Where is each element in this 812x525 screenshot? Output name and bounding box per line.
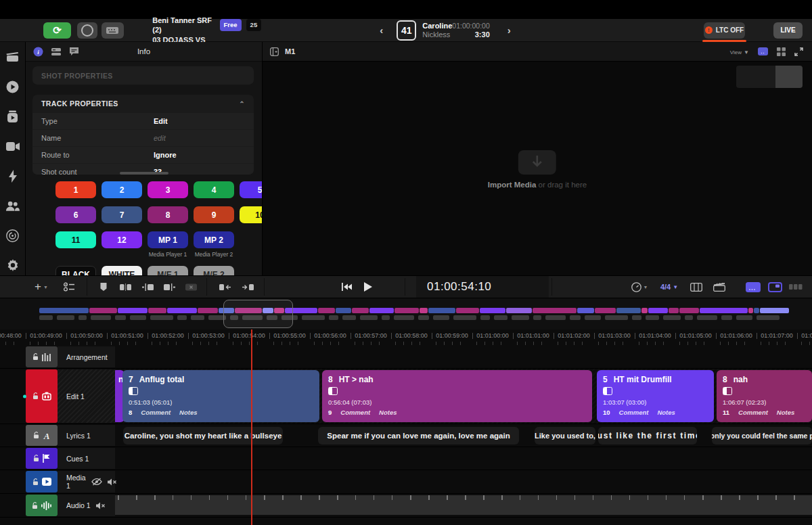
track-label[interactable]: Lyrics 1 (58, 425, 115, 446)
chevron-up-icon[interactable]: ⌃ (239, 100, 245, 108)
track-label[interactable]: Media 1 (58, 471, 115, 493)
switcher-button-white[interactable]: WHITE (102, 266, 142, 275)
clip-comment-link[interactable]: Comment (340, 409, 370, 416)
snap-start-button[interactable] (217, 276, 234, 298)
free-plan-badge[interactable]: Free (220, 19, 242, 31)
overview-viewport-handle[interactable] (223, 300, 293, 328)
delete-clip-button[interactable] (183, 276, 199, 298)
lyric-block[interactable]: Caroline, you shot my heart like a bulls… (123, 427, 283, 444)
switcher-button-1[interactable]: 1 (55, 181, 96, 198)
track-color-box[interactable] (26, 448, 58, 469)
marker-button[interactable] (97, 276, 110, 298)
playhead[interactable] (251, 329, 252, 525)
track-label[interactable]: Audio 1 (58, 495, 115, 516)
timeline-view-toggle[interactable] (744, 276, 762, 298)
switcher-button-2[interactable]: 2 (102, 181, 142, 198)
media-bin-icon[interactable] (6, 110, 20, 123)
timeline-ruler[interactable]: 01:00:48:0001:00:49:0001:00:50:0001:00:5… (0, 329, 812, 346)
lyric-block[interactable]: Like you used to, (535, 427, 595, 444)
clapperboard-icon[interactable] (6, 50, 20, 64)
clapper-button[interactable] (710, 276, 728, 298)
record-button[interactable] (77, 22, 97, 39)
switcher-button-11[interactable]: 11 (55, 231, 96, 248)
fullscreen-icon[interactable] (794, 47, 803, 56)
keyboard-button[interactable] (102, 22, 125, 39)
switcher-button-5[interactable]: 5 (240, 181, 263, 198)
edit-clip[interactable]: 8nah1:06:07 (02:23)11CommentNotes (717, 370, 812, 422)
snap-end-button[interactable] (239, 276, 256, 298)
shot-number-box[interactable]: 41 (397, 20, 416, 41)
switcher-button-6[interactable]: 6 (55, 206, 96, 223)
panel-scrollbar[interactable] (120, 172, 168, 175)
track-label[interactable]: Arrangement (58, 346, 115, 367)
track-label[interactable]: Cues 1 (58, 448, 115, 469)
switcher-button-m-e-1[interactable]: M/E 1 (148, 266, 188, 275)
split-clip-button[interactable] (117, 276, 133, 298)
time-signature-button[interactable]: 4/4▼ (658, 276, 680, 298)
play-button[interactable] (360, 276, 376, 298)
switcher-button-black[interactable]: BLACK (55, 266, 96, 275)
track-color-box[interactable] (26, 495, 58, 516)
track-color-box[interactable]: A (26, 425, 58, 446)
switcher-button-mp-1[interactable]: MP 1 (148, 231, 188, 248)
monitor-panel-icon[interactable] (270, 47, 279, 56)
ltc-toggle-button[interactable]: ! LTC OFF (704, 22, 745, 39)
eye-off-icon[interactable] (91, 478, 102, 486)
filmstrip-button[interactable] (687, 276, 705, 298)
skip-start-button[interactable] (338, 276, 355, 298)
edit-clip[interactable]: 7Anflug total0:51:03 (05:01)8CommentNote… (122, 370, 319, 422)
edit-clip[interactable]: 8HT > nah0:56:04 (07:03)9CommentNotes (322, 370, 592, 422)
clip-notes-link[interactable]: Notes (777, 409, 794, 416)
audio-waveform-strip[interactable] (115, 495, 812, 515)
clip-notes-link[interactable]: Notes (179, 409, 197, 416)
track-color-box[interactable] (26, 369, 58, 423)
trim-start-button[interactable] (139, 276, 156, 298)
timeline-overview[interactable] (0, 298, 812, 329)
storyboard-view-toggle[interactable] (787, 276, 805, 298)
playback-speed-button[interactable]: ▼ (629, 276, 650, 298)
lyric-block[interactable]: If only you could feel the same pai (712, 427, 812, 444)
switcher-button-8[interactable]: 8 (148, 206, 188, 223)
add-shot-button[interactable]: +▼ (32, 276, 50, 298)
grid-view-icon[interactable] (777, 47, 786, 56)
switcher-button-mp-2[interactable]: MP 2 (194, 231, 234, 248)
switcher-button-9[interactable]: 9 (194, 206, 234, 223)
play-circle-icon[interactable] (6, 80, 20, 93)
property-value[interactable]: Ignore (154, 151, 177, 159)
gear-icon[interactable] (6, 258, 20, 272)
track-color-box[interactable] (26, 346, 58, 367)
disc-icon[interactable] (6, 229, 20, 242)
speaker-off-icon[interactable] (96, 502, 105, 509)
clip-notes-link[interactable]: Notes (379, 409, 397, 416)
live-button[interactable]: LIVE (773, 22, 803, 39)
switcher-button-m-e-2[interactable]: M/E 2 (194, 266, 234, 275)
track-color-box[interactable] (26, 471, 58, 493)
clip-comment-link[interactable]: Comment (738, 409, 768, 416)
checklist-button[interactable] (61, 276, 77, 298)
lyric-block[interactable]: just like the first time (598, 427, 697, 444)
clip-comment-link[interactable]: Comment (619, 409, 649, 416)
users-icon[interactable] (6, 199, 20, 212)
switcher-button-12[interactable]: 12 (102, 231, 142, 248)
edit-clip[interactable]: 5HT mit Drumfill1:03:07 (03:00)10Comment… (597, 370, 714, 422)
timecode-display[interactable]: 01:00:54:10 (416, 276, 549, 298)
view-dropdown[interactable]: View ▼ (730, 47, 749, 55)
bolt-icon[interactable] (6, 169, 20, 183)
preview-thumb[interactable] (736, 66, 803, 88)
monitor-tab-m1[interactable]: M1 (285, 47, 295, 55)
previous-shot-button[interactable]: ‹ (380, 24, 383, 36)
import-media-button[interactable] (518, 150, 556, 175)
property-value[interactable]: edit (154, 134, 166, 142)
track-label[interactable]: Edit 1 (58, 369, 115, 423)
switcher-button-3[interactable]: 3 (148, 181, 188, 198)
camera-icon[interactable] (6, 139, 20, 153)
switcher-button-10[interactable]: 10 (240, 206, 263, 223)
trim-end-button[interactable] (161, 276, 177, 298)
comment-tab-icon[interactable] (69, 47, 79, 56)
lyric-block[interactable]: Spear me if you can love me again, love … (318, 427, 519, 444)
property-value[interactable]: Edit (154, 117, 168, 125)
clip-comment-link[interactable]: Comment (141, 409, 171, 416)
clip-notes-link[interactable]: Notes (657, 409, 675, 416)
pip-view-toggle[interactable] (766, 276, 784, 298)
single-view-icon[interactable] (758, 47, 768, 55)
